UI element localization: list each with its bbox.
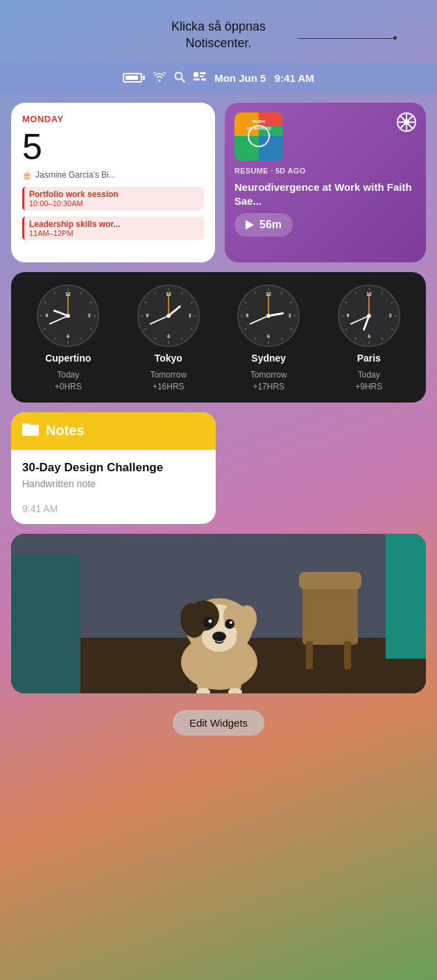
notes-body: 30-Day Design Challenge Handwritten note… [11,450,216,524]
clock-sub-cupertino: Today +0HRS [55,369,82,393]
svg-rect-107 [344,641,351,669]
edit-widgets-area: Edit Widgets [11,703,426,743]
tooltip-area: Klicka så öppnas Notiscenter. [0,0,437,62]
notes-note-sub: Handwritten note [22,478,205,489]
photo-widget [11,534,426,693]
podcast-title: Neurodivergence at Work with Faith Sae..… [234,180,416,208]
battery-icon [123,73,145,83]
clock-face-paris: 12369 [338,285,400,347]
svg-point-99 [367,314,371,318]
notes-folder-icon [22,422,39,440]
play-icon [246,220,254,230]
battery-fill [126,76,138,80]
clock-item-paris: 12369ParisToday +9HRS [338,285,400,393]
cal-event-2[interactable]: Leadership skills wor... 11AM–12PM [22,217,204,240]
status-time-label: 9:41 AM [275,72,314,84]
battery-body [123,73,142,83]
clock-city-sydney: Sydney [251,353,286,364]
svg-text:3: 3 [88,313,91,318]
notes-widget[interactable]: Notes 30-Day Design Challenge Handwritte… [11,412,216,524]
svg-point-121 [212,632,226,641]
svg-rect-103 [11,555,80,693]
svg-text:WORK: WORK [252,119,266,124]
svg-text:9: 9 [46,313,49,318]
podcast-art: WORK APPROPRIATE [234,112,283,161]
tooltip-dot [393,36,397,40]
svg-point-117 [203,617,214,628]
top-row: MONDAY 5 🎂 Jasmine Garcia's Bi... Portfo… [11,103,426,262]
wifi-icon [153,72,166,84]
clock-sub-tokyo: Tomorrow +16HRS [150,369,187,393]
svg-text:9: 9 [146,313,148,318]
clock-widget[interactable]: 12369CupertinoToday +0HRS12369TokyoTomor… [11,272,426,403]
podcast-top: WORK APPROPRIATE [234,112,416,161]
svg-point-120 [230,621,232,624]
cal-event-1-title: Portfolio work session [29,189,199,199]
status-icons: Mon Jun 5 9:41 AM [14,71,423,85]
svg-text:3: 3 [289,313,291,318]
search-icon[interactable] [174,71,185,85]
svg-point-36 [66,314,70,318]
svg-rect-2 [194,72,198,77]
status-bar: Mon Jun 5 9:41 AM [0,62,437,93]
svg-rect-108 [386,534,426,659]
status-datetime: Mon Jun 5 9:41 AM [214,72,314,84]
svg-rect-9 [234,112,259,136]
svg-point-119 [209,619,212,623]
cal-event-2-title: Leadership skills wor... [29,219,199,229]
tooltip-text: Klicka så öppnas Notiscenter. [171,18,266,52]
notes-title: Notes [46,423,85,439]
status-date: Mon Jun 5 [214,72,266,84]
cal-birthday-text: Jasmine Garcia's Bi... [35,170,116,180]
clock-sub-sydney: Tomorrow +17HRS [250,369,287,393]
svg-point-118 [225,619,234,629]
svg-rect-105 [299,572,361,589]
cal-birthday: 🎂 Jasmine Garcia's Bi... [22,170,204,180]
podcast-art-text: WORK APPROPRIATE [234,112,283,161]
tooltip-line1: Klicka så öppnas [171,19,266,33]
svg-text:6: 6 [368,334,370,339]
battery-tip [143,76,145,80]
svg-point-57 [166,314,171,318]
svg-rect-6 [201,78,206,81]
control-center-icon[interactable] [194,72,206,84]
svg-text:6: 6 [167,334,170,339]
duration-text: 56m [259,219,282,230]
svg-text:9: 9 [246,313,249,318]
clock-city-cupertino: Cupertino [45,353,91,364]
notes-note-title: 30-Day Design Challenge [22,460,205,475]
play-duration: 56m [259,219,282,231]
main-content: MONDAY 5 🎂 Jasmine Garcia's Bi... Portfo… [0,93,437,980]
tooltip-line [298,38,395,39]
svg-text:3: 3 [188,313,191,318]
clock-item-cupertino: 12369CupertinoToday +0HRS [37,285,99,393]
svg-text:3: 3 [388,313,391,318]
cal-event-1[interactable]: Portfolio work session 10:00–10:30AM [22,187,204,210]
dog-photo-svg [11,534,426,693]
edit-widgets-button[interactable]: Edit Widgets [173,710,264,736]
clock-face-cupertino: 12369 [37,285,99,347]
podcast-play-button[interactable]: 56m [234,213,293,237]
svg-rect-3 [200,72,206,74]
clock-sub-paris: Today +9HRS [355,369,382,393]
podcast-widget[interactable]: WORK APPROPRIATE [225,103,426,262]
svg-rect-5 [194,78,200,81]
notes-header: Notes [11,412,216,450]
photo-placeholder [11,534,426,693]
notes-time: 9:41 AM [22,503,205,514]
calendar-widget[interactable]: MONDAY 5 🎂 Jasmine Garcia's Bi... Portfo… [11,103,215,262]
cal-day: MONDAY [22,114,204,124]
cal-date: 5 [22,128,204,164]
podcast-resume: RESUME · 5D AGO [234,167,416,175]
clock-city-tokyo: Tokyo [155,353,182,364]
svg-text:6: 6 [67,334,69,339]
cal-event-2-time: 11AM–12PM [29,229,199,237]
svg-point-78 [266,314,271,318]
svg-line-1 [182,78,185,82]
clock-face-tokyo: 12369 [137,285,200,347]
clock-item-sydney: 12369SydneyTomorrow +17HRS [237,285,300,393]
svg-rect-4 [200,76,204,77]
podcasts-icon [397,112,416,136]
clock-item-tokyo: 12369TokyoTomorrow +16HRS [137,285,200,393]
svg-text:6: 6 [267,334,270,339]
